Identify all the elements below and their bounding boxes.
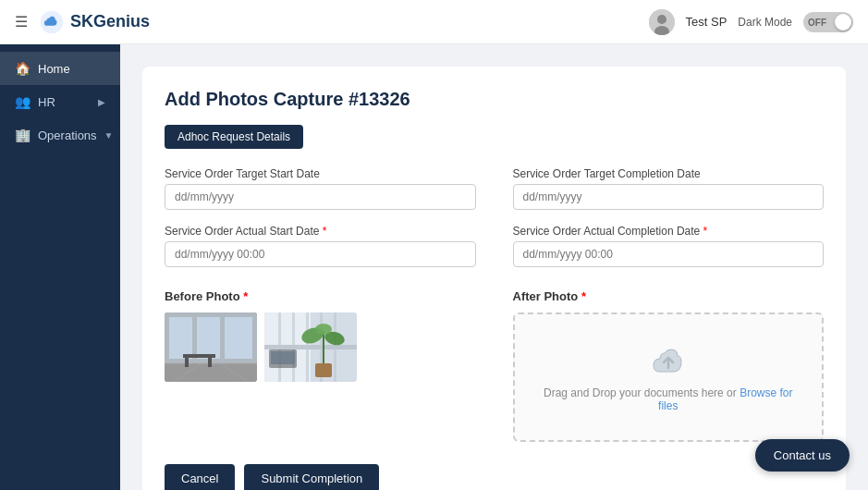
- layout: 🏠 Home 👥 HR ▶ 🏢 Operations ▼ Add Photos …: [0, 44, 868, 490]
- after-photo-section: After Photo * Drag and Drop your documen…: [513, 289, 825, 442]
- svg-rect-9: [225, 317, 252, 359]
- upload-area[interactable]: Drag and Drop your documents here or Bro…: [513, 312, 825, 442]
- dark-mode-toggle[interactable]: OFF: [803, 12, 853, 32]
- actual-start-required: *: [323, 225, 327, 238]
- logo: SKGenius: [39, 9, 150, 35]
- navbar-right: Test SP Dark Mode OFF: [649, 9, 853, 35]
- before-photo-thumb-1: [165, 312, 257, 382]
- svg-rect-13: [183, 354, 215, 358]
- svg-rect-22: [306, 312, 309, 382]
- actual-completion-group: Service Order Actual Completion Date *: [513, 225, 825, 267]
- actual-completion-input[interactable]: [513, 241, 825, 267]
- actual-completion-label: Service Order Actual Completion Date *: [513, 225, 825, 238]
- user-name: Test SP: [686, 15, 727, 29]
- form-grid: Service Order Target Start Date Service …: [165, 167, 824, 267]
- after-photo-required: *: [581, 289, 586, 303]
- before-photo-title: Before Photo *: [165, 289, 476, 303]
- submit-button[interactable]: Submit Completion: [244, 464, 379, 490]
- svg-rect-24: [334, 312, 336, 382]
- target-completion-group: Service Order Target Completion Date: [513, 167, 825, 210]
- sidebar-item-home-label: Home: [38, 62, 105, 76]
- home-icon: 🏠: [15, 61, 31, 76]
- photos-row: Before Photo *: [165, 289, 824, 442]
- operations-icon: 🏢: [15, 128, 31, 142]
- actual-completion-required: *: [703, 225, 708, 238]
- sidebar-item-home[interactable]: 🏠 Home: [0, 52, 120, 85]
- toggle-off-label: OFF: [808, 17, 826, 27]
- target-completion-input[interactable]: [513, 184, 825, 210]
- adhoc-request-tab[interactable]: Adhoc Request Details: [165, 125, 303, 149]
- target-completion-label: Service Order Target Completion Date: [513, 167, 825, 180]
- avatar: [649, 9, 675, 35]
- logo-icon: [39, 9, 65, 35]
- navbar: ☰ SKGenius Test SP Dark Mode OFF: [0, 0, 868, 44]
- main-content: Add Photos Capture #13326 Adhoc Request …: [120, 44, 868, 490]
- action-row: Cancel Submit Completion: [165, 464, 824, 490]
- svg-rect-14: [185, 358, 189, 367]
- before-photo-section: Before Photo *: [165, 289, 476, 442]
- target-start-input[interactable]: [165, 184, 476, 210]
- before-photo-thumb-2: [264, 312, 357, 382]
- svg-rect-15: [208, 358, 212, 367]
- target-start-group: Service Order Target Start Date: [165, 167, 476, 210]
- navbar-left: ☰ SKGenius: [15, 9, 150, 35]
- svg-point-29: [315, 324, 332, 335]
- contact-us-button[interactable]: Contact us: [755, 439, 850, 472]
- operations-arrow-icon: ▼: [104, 130, 114, 141]
- svg-rect-31: [271, 351, 295, 364]
- upload-cloud-icon: [646, 342, 691, 379]
- svg-rect-8: [197, 317, 220, 359]
- svg-rect-7: [169, 317, 192, 359]
- cancel-button[interactable]: Cancel: [165, 464, 235, 490]
- svg-rect-25: [315, 363, 332, 377]
- dark-mode-label: Dark Mode: [738, 16, 792, 29]
- brand-name: SKGenius: [70, 12, 150, 31]
- before-photo-required: *: [243, 289, 248, 303]
- before-photos-grid: [165, 312, 476, 382]
- target-start-label: Service Order Target Start Date: [165, 167, 476, 180]
- sidebar-item-operations-label: Operations: [38, 129, 97, 142]
- after-photo-title: After Photo *: [513, 289, 825, 303]
- page-title: Add Photos Capture #13326: [165, 89, 824, 110]
- card: Add Photos Capture #13326 Adhoc Request …: [142, 67, 846, 490]
- sidebar: 🏠 Home 👥 HR ▶ 🏢 Operations ▼: [0, 44, 120, 490]
- svg-rect-20: [278, 312, 281, 382]
- svg-rect-21: [292, 312, 295, 382]
- sidebar-item-operations[interactable]: 🏢 Operations ▼: [0, 118, 120, 152]
- hamburger-icon[interactable]: ☰: [15, 13, 28, 31]
- svg-point-2: [657, 15, 666, 24]
- hr-arrow-icon: ▶: [98, 97, 105, 107]
- actual-start-input[interactable]: [165, 241, 476, 267]
- sidebar-item-hr-label: HR: [38, 95, 91, 109]
- upload-text: Drag and Drop your documents here or Bro…: [533, 386, 804, 412]
- actual-start-label: Service Order Actual Start Date *: [165, 225, 476, 238]
- sidebar-item-hr[interactable]: 👥 HR ▶: [0, 85, 120, 118]
- actual-start-group: Service Order Actual Start Date *: [165, 225, 476, 267]
- hr-icon: 👥: [15, 94, 31, 109]
